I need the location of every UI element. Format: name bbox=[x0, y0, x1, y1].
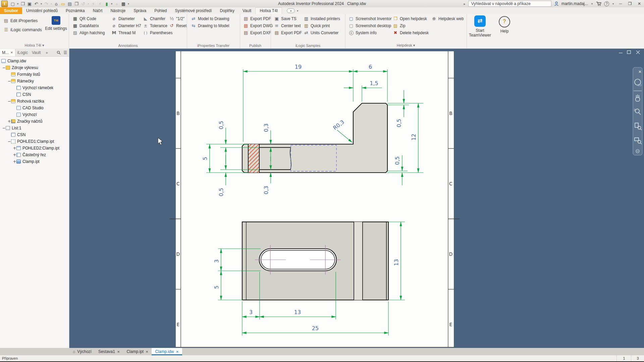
ilogic-event-icon[interactable]: ⚡ bbox=[97, 1, 103, 7]
tree-item-formaty-listu[interactable]: Formáty listů bbox=[0, 71, 69, 78]
tab-umisteni-pohledu[interactable]: Umístění pohledů bbox=[22, 7, 62, 14]
tree-item-vychozi-stamp[interactable]: Výchozí bbox=[0, 111, 69, 118]
save-icon[interactable]: ▣ bbox=[26, 1, 33, 7]
expand-expander[interactable] bbox=[13, 152, 16, 158]
expand-expander[interactable] bbox=[7, 118, 11, 125]
group-label-holixa[interactable]: Holixa T4I ▾ bbox=[0, 43, 69, 48]
dim-25[interactable]: 25 bbox=[312, 325, 319, 331]
signed-in-user[interactable]: martin.madaj... bbox=[561, 1, 588, 6]
tree-item-root[interactable]: Clamp.idw bbox=[0, 58, 69, 64]
doc-restore-icon[interactable] bbox=[627, 51, 631, 54]
open-file-icon[interactable]: ❒ bbox=[20, 1, 26, 7]
measure-icon[interactable]: ▭ bbox=[60, 1, 66, 7]
doc-close-icon[interactable] bbox=[636, 51, 640, 54]
tree-item-cad-studio[interactable]: CAD Studio bbox=[0, 105, 69, 111]
doc-tab-sestava1[interactable]: Sestava1 ✕ bbox=[95, 348, 123, 355]
navigation-bar[interactable]: 2D bbox=[633, 67, 642, 155]
close-button[interactable]: ✕ bbox=[636, 1, 643, 6]
return-icon[interactable]: ↺ bbox=[80, 1, 86, 7]
user-menu-caret-icon[interactable]: ▾ bbox=[591, 2, 593, 5]
dim-13-bottom[interactable]: 13 bbox=[294, 309, 301, 315]
redo-icon[interactable]: ↷ bbox=[43, 1, 49, 7]
doc-window-controls[interactable] bbox=[619, 51, 640, 54]
paste-icon[interactable]: ❐ bbox=[73, 1, 79, 7]
ribbon-collapse-control[interactable]: ▴ ▾ bbox=[287, 7, 299, 14]
redo-caret-icon[interactable]: ▾ bbox=[50, 2, 53, 5]
dim-5-edge[interactable]: 5 bbox=[213, 286, 220, 289]
tree-item-csn-border[interactable]: CSN bbox=[0, 91, 69, 98]
ilogic-commands-button[interactable]: iLogic commands bbox=[3, 26, 42, 33]
help-button[interactable]: ? Help bbox=[496, 15, 513, 34]
home-icon[interactable]: ⌂ bbox=[53, 1, 59, 7]
tree-item-zdroje-vykresu[interactable]: Zdroje výkresu bbox=[0, 64, 69, 71]
collapse-expander[interactable] bbox=[2, 64, 6, 71]
helpdesk-web-button[interactable]: Helpdesk web bbox=[431, 15, 464, 22]
model-to-drawing-button[interactable]: Model to Drawing bbox=[190, 15, 230, 22]
browser-menu-icon[interactable]: ☰ bbox=[63, 50, 67, 55]
export-pdf-button[interactable]: Export PDF bbox=[243, 15, 273, 22]
tab-nastroje[interactable]: Nástroje bbox=[106, 7, 129, 14]
collapse-expander[interactable] bbox=[7, 98, 11, 105]
browser-tab-ilogic[interactable]: iLogic bbox=[15, 49, 30, 56]
tree-item-ramecky[interactable]: Rámečky bbox=[0, 78, 69, 84]
tab-soubor[interactable]: Soubor bbox=[0, 7, 22, 14]
dim-0-3-bottom[interactable]: 0,3 bbox=[263, 186, 269, 194]
return-caret-icon[interactable]: ▾ bbox=[87, 2, 90, 5]
material-icon[interactable]: ▮ bbox=[104, 1, 110, 7]
tree-item-rohova-razitka[interactable]: Rohová razítka bbox=[0, 98, 69, 105]
dim-3-bottom[interactable]: 3 bbox=[249, 309, 253, 315]
new-file-caret-icon[interactable]: ▾ bbox=[16, 2, 19, 5]
save-ts-button[interactable]: Save TS bbox=[273, 15, 303, 22]
help-search-input[interactable]: Vyhledávat v nápovědě a příkaze bbox=[468, 1, 551, 7]
drawing-to-model-button[interactable]: Drawing to Model bbox=[190, 22, 230, 29]
presentation-icon[interactable]: ▦ bbox=[120, 1, 126, 7]
dim-3-slot[interactable]: 3 bbox=[213, 259, 220, 263]
browser-tab-close-icon[interactable]: ✕ bbox=[10, 49, 13, 56]
print-icon[interactable]: ▤ bbox=[67, 1, 73, 7]
dim-6[interactable]: 6 bbox=[369, 64, 372, 70]
dim-5[interactable]: 5 bbox=[202, 157, 208, 160]
undo-caret-icon[interactable]: ▾ bbox=[40, 2, 43, 5]
dim-1-5[interactable]: 1,5 bbox=[370, 80, 378, 86]
doc-tab-vychozi[interactable]: ⌂ Výchozí bbox=[69, 348, 95, 355]
group-label-helpdesk[interactable]: Helpdesk ▾ bbox=[345, 43, 467, 48]
browser-search-icon[interactable] bbox=[57, 51, 61, 55]
tree-item-castecny-rez[interactable]: Částečný řez bbox=[0, 152, 69, 158]
qr-code-button[interactable]: QR Code bbox=[72, 15, 105, 22]
zip-button[interactable]: Zip bbox=[392, 22, 429, 29]
tree-item-pohled2[interactable]: POHLED2:Clamp.ipt bbox=[0, 145, 69, 152]
doc-tab-close-icon[interactable]: ✕ bbox=[176, 350, 178, 354]
tab-pohled[interactable]: Pohled bbox=[150, 7, 171, 14]
expand-expander[interactable] bbox=[13, 158, 16, 165]
dim-0-5-top-right[interactable]: 0,5 bbox=[396, 119, 402, 127]
installed-printers-button[interactable]: Installed printers bbox=[303, 15, 341, 22]
diameter-button[interactable]: Diameter bbox=[111, 15, 142, 22]
tab-sprava[interactable]: Správa bbox=[129, 7, 150, 14]
system-info-button[interactable]: System info bbox=[348, 29, 392, 36]
ribbon-collapse-icon[interactable]: ▴ bbox=[287, 8, 295, 13]
tab-vault[interactable]: Vault bbox=[238, 7, 255, 14]
screenshot-desktop-button[interactable]: Screenshot desktop bbox=[348, 22, 392, 29]
tree-item-list1[interactable]: List:1 bbox=[0, 125, 69, 131]
minimize-button[interactable]: ─ bbox=[617, 1, 624, 6]
tab-poznamka[interactable]: Poznámka bbox=[62, 7, 89, 14]
drawing-svg[interactable]: .dim{fill:#4466a0;font:16px "DejaVu Sans… bbox=[69, 49, 644, 348]
tree-item-vychozi-ramecek[interactable]: Výchozí rámeček bbox=[0, 84, 69, 91]
dim-19[interactable]: 19 bbox=[295, 64, 302, 70]
browser-tab-vault[interactable]: Vault bbox=[30, 49, 43, 56]
top-view-geometry[interactable] bbox=[242, 222, 388, 300]
dim-0-3-top[interactable]: 0,3 bbox=[263, 123, 269, 132]
export-dxf-button[interactable]: Export DXF bbox=[243, 29, 273, 36]
tab-nacrt[interactable]: Náčrt bbox=[89, 7, 107, 14]
collapse-expander[interactable] bbox=[7, 78, 11, 84]
material-caret-icon[interactable]: ▾ bbox=[110, 2, 113, 5]
dim-0-5-bottom-left[interactable]: 0,5 bbox=[218, 188, 224, 196]
doc-tab-clamp-ipt[interactable]: Clamp.ipt ✕ bbox=[123, 348, 152, 355]
thread-m-button[interactable]: Thread M bbox=[111, 29, 142, 36]
ilogic-trigger-icon[interactable]: ⚡ bbox=[90, 1, 96, 7]
edit-settings-button[interactable]: T4I Edit settings bbox=[44, 15, 68, 31]
open-helpdesk-button[interactable]: Open helpdesk bbox=[392, 15, 429, 22]
qat-overflow-caret-icon[interactable]: ▾ bbox=[127, 2, 130, 5]
inventor-app-icon[interactable]: I bbox=[1, 1, 8, 7]
quick-print-button[interactable]: Quick print bbox=[303, 22, 341, 29]
